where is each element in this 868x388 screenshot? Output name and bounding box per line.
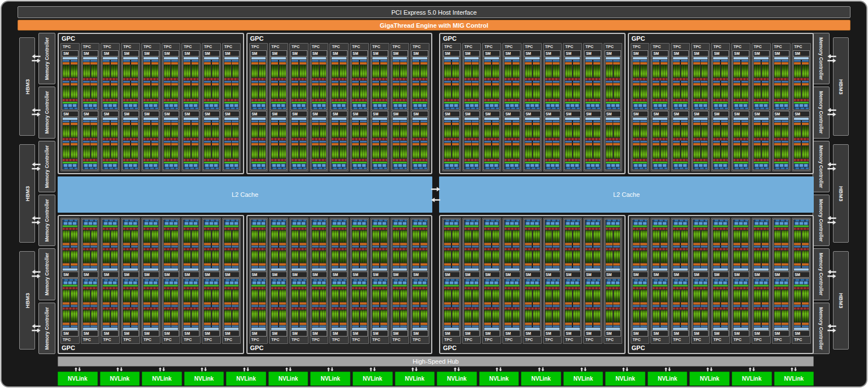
sm-core-column <box>131 126 138 138</box>
sm-scheduler-stripe <box>251 60 266 62</box>
sm-label: SM <box>484 111 500 117</box>
sm-core-column <box>701 126 708 138</box>
sm-core-column <box>693 310 700 322</box>
sm-dispatch-stripe <box>224 264 239 266</box>
sm-core-block <box>251 290 266 302</box>
sm-core-column <box>232 86 239 98</box>
sm-block: SM <box>605 50 622 110</box>
sm-block: SM <box>672 278 689 337</box>
sm-core-block <box>734 126 748 138</box>
sm-core-column <box>131 251 138 263</box>
sm-label: SM <box>484 330 500 336</box>
sm-dispatch-stripe <box>734 302 748 304</box>
sm-scheduler-stripe <box>565 266 580 268</box>
sm-body <box>524 117 540 170</box>
gpc-label: GPC <box>631 344 811 352</box>
sm-body <box>565 219 580 271</box>
sm-block: SM <box>203 219 220 278</box>
sm-texture-units-stripe <box>393 222 407 225</box>
sm-core-block <box>545 231 560 243</box>
sm-register-stripe <box>794 228 809 230</box>
sm-core-column <box>713 310 720 322</box>
sm-l1-cache-stripe <box>224 118 239 120</box>
sm-core-column <box>774 146 781 158</box>
sm-register-stripe <box>413 159 427 161</box>
sm-texture-units-stripe <box>184 164 198 167</box>
sm-label: SM <box>545 51 561 57</box>
sm-shared-memory-stripe <box>184 162 198 163</box>
sm-body <box>251 117 267 170</box>
sm-core-column <box>360 86 367 98</box>
sm-core-column <box>251 126 258 138</box>
sm-core-block <box>713 126 728 138</box>
sm-label: SM <box>62 51 78 57</box>
sm-dispatch-stripe <box>585 83 600 85</box>
bidirectional-arrow-icon <box>826 162 838 171</box>
sm-core-column <box>103 126 110 138</box>
sm-dispatch-stripe <box>465 83 479 85</box>
sm-core-column <box>144 86 150 98</box>
bidirectional-arrow-icon <box>826 107 838 117</box>
sm-core-column <box>420 126 427 138</box>
sm-dispatch-stripe <box>393 264 407 266</box>
sm-core-block <box>774 65 789 77</box>
tpc-block: TPCSMSM <box>101 218 120 344</box>
sm-dispatch-stripe <box>673 302 688 304</box>
sm-shared-memory-stripe <box>103 102 118 104</box>
sm-register-stripe <box>184 99 198 101</box>
sm-dispatch-stripe <box>164 243 179 245</box>
sm-core-column <box>681 146 688 158</box>
sm-body <box>331 57 347 110</box>
sm-scheduler-stripe <box>673 141 688 143</box>
sm-core-column <box>661 65 667 77</box>
sm-label: SM <box>444 271 459 277</box>
sm-core-column <box>593 126 600 138</box>
sm-core-block <box>393 310 407 322</box>
sm-shared-memory-stripe <box>545 226 560 227</box>
sm-scheduler-stripe <box>585 81 600 83</box>
sm-core-block <box>444 290 459 302</box>
sm-scheduler-stripe <box>413 141 427 143</box>
sm-texture-units-stripe <box>693 282 708 284</box>
sm-core-column <box>420 290 427 302</box>
sm-texture-units-stripe <box>505 164 519 167</box>
sm-core-column <box>131 146 138 158</box>
sm-block: SM <box>483 50 500 110</box>
sm-dispatch-stripe <box>312 83 327 85</box>
sm-block: SM <box>163 219 180 278</box>
sm-l1-cache-stripe <box>693 269 708 271</box>
sm-core-column <box>465 86 471 98</box>
nvlink-arrow-cell <box>689 367 730 372</box>
sm-core-column <box>111 310 118 322</box>
sm-register-stripe <box>585 159 600 161</box>
bidirectional-arrow-icon <box>30 269 42 279</box>
sm-core-column <box>300 126 306 138</box>
sm-shared-memory-stripe <box>352 226 367 227</box>
sm-texture-units-stripe <box>204 104 219 107</box>
sm-register-stripe <box>653 78 667 80</box>
sm-label: SM <box>331 271 347 277</box>
sm-texture-units-stripe <box>525 164 540 167</box>
sm-core-column <box>251 65 258 77</box>
sm-core-column <box>151 126 158 138</box>
sm-block: SM <box>463 50 480 110</box>
sm-core-block <box>251 126 266 138</box>
sm-register-stripe <box>103 287 118 290</box>
sm-label: SM <box>565 51 580 57</box>
sm-scheduler-stripe <box>774 81 789 83</box>
sm-core-column <box>271 146 278 158</box>
sm-core-column <box>151 310 158 322</box>
sm-core-column <box>701 146 708 158</box>
sm-scheduler-stripe <box>606 266 620 268</box>
sm-load-store-stripe <box>734 167 748 169</box>
sm-core-column <box>701 231 708 243</box>
sm-scheduler-stripe <box>312 81 327 83</box>
sm-block: SM <box>82 278 99 337</box>
sm-core-column <box>103 65 110 77</box>
sm-core-block <box>312 86 327 98</box>
sm-core-block <box>352 231 367 243</box>
sm-core-column <box>224 146 231 158</box>
sm-core-block <box>754 231 769 243</box>
sm-scheduler-stripe <box>164 246 179 248</box>
sm-scheduler-stripe <box>312 305 327 307</box>
